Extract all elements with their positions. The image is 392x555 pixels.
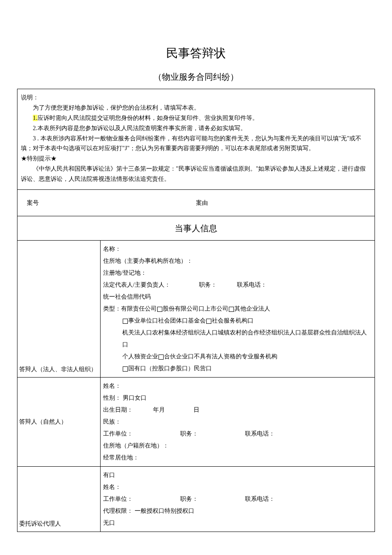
checkbox-icon[interactable] bbox=[206, 319, 211, 324]
checkbox-icon[interactable] bbox=[123, 366, 128, 372]
org-phone-label: 联系电话： bbox=[237, 282, 267, 288]
person-name-label: 姓名： bbox=[103, 380, 372, 392]
document-subtitle: （物业服务合同纠纷） bbox=[17, 69, 375, 84]
agent-auth-general-opt[interactable]: 一般授权口 bbox=[135, 508, 164, 514]
org-type-label: 类型： bbox=[103, 305, 121, 312]
respondent-person-label: 答辩人（自然人） bbox=[17, 378, 101, 466]
person-habitual-label: 经常居住地： bbox=[103, 452, 372, 464]
checkbox-icon[interactable] bbox=[123, 319, 128, 324]
person-dob-label: 出生日期： bbox=[103, 407, 133, 413]
person-position-label: 职务： bbox=[180, 430, 198, 437]
type-opt-13: 个人独资企业 bbox=[122, 353, 158, 360]
org-name-label: 名称： bbox=[103, 243, 372, 255]
person-workplace-label: 工作单位： bbox=[103, 430, 133, 437]
case-cause-label: 案由 bbox=[196, 198, 226, 208]
tip-header: ★特别提示★ bbox=[21, 154, 371, 164]
agent-none-opt[interactable]: 无口 bbox=[103, 517, 372, 529]
dob-day-label: 日 bbox=[193, 407, 199, 413]
person-ethnicity-label: 民族： bbox=[103, 416, 372, 428]
checkbox-icon[interactable] bbox=[157, 307, 162, 312]
instruction-line-3: 2.本表所列内容是您参加诉讼以及人民法院查明案件事实所需，请务必如实填写。 bbox=[21, 123, 371, 134]
type-opt-10: 农村集体经济组织法人口 bbox=[152, 329, 218, 336]
org-position-label: 职务： bbox=[199, 282, 217, 288]
type-opt-15: 不具有法人资格的专业服务机构 bbox=[194, 353, 277, 360]
org-registered-label: 注册地/登记地： bbox=[103, 267, 372, 279]
type-opt-3: 上市公司 bbox=[205, 305, 228, 312]
instruction-line-4-text: 3 . 本表所涉内容系针对一般物业服务合同纠纷案件，有些内容可能与您的案件无关，… bbox=[21, 135, 361, 152]
respondent-org-content: 名称： 住所地（主要办事机构所在地）： 注册地/登记地： 法定代表人/主要负责人… bbox=[101, 241, 375, 377]
dob-month-label: 月 bbox=[159, 407, 165, 413]
tip-body: 《中华人民共和国民事诉讼法》第十三条第一款规定："民事诉讼应当遵循诚信原则。"如… bbox=[21, 164, 371, 184]
instruction-line-4: 3 . 本表所涉内容系针对一般物业服务合同纠纷案件，有些内容可能与您的案件无关，… bbox=[21, 134, 371, 154]
type-opt-1: 有限责任公司 bbox=[121, 305, 157, 312]
party-info-header: 当事人信息 bbox=[17, 216, 375, 241]
form-container: 说明： 为了方便您更好地参加诉讼，保护您的合法权利，请填写本表。 1.应诉时需向… bbox=[17, 89, 375, 532]
type-opt-11: 城镇农村的合作经济组织法人口 bbox=[218, 329, 301, 336]
agent-position-label: 职务： bbox=[180, 496, 198, 502]
agent-workplace-label: 工作单位： bbox=[103, 496, 133, 502]
agent-has-opt[interactable]: 有口 bbox=[103, 469, 372, 481]
case-number-field[interactable] bbox=[57, 198, 196, 208]
person-gender-label: 性别： bbox=[103, 395, 121, 401]
checkbox-icon[interactable] bbox=[159, 355, 164, 360]
respondent-org-label: 答辩人（法人、非法人组织） bbox=[17, 241, 101, 377]
respondent-org-row: 答辩人（法人、非法人组织） 名称： 住所地（主要办事机构所在地）： 注册地/登记… bbox=[17, 241, 375, 378]
agent-content: 有口 姓名： 工作单位： 职务： 联系电话： 代理权限： 一般授权口特别授权口 … bbox=[101, 467, 375, 532]
instruction-line-2: 1.应诉时需向人民法院提交证明您身份的材料，如身份证复印件、营业执照复印件等。 bbox=[21, 113, 371, 123]
case-number-label: 案号 bbox=[27, 198, 57, 208]
person-phone-label: 联系电话： bbox=[245, 430, 275, 437]
respondent-person-content: 姓名： 性别： 男口女口 出生日期： 年月 日 民族： 工作单位： 职务： 联系… bbox=[101, 378, 375, 466]
agent-auth-label: 代理权限： bbox=[103, 508, 133, 514]
type-opt-6: 社会团体口 bbox=[158, 317, 188, 324]
agent-phone-label: 联系电话： bbox=[245, 496, 275, 502]
type-opt-8: 社会服务机构口 bbox=[212, 317, 254, 324]
highlight-text: 1. bbox=[33, 115, 37, 121]
case-cause-field[interactable] bbox=[226, 198, 365, 208]
instruction-line-1: 为了方便您更好地参加诉讼，保护您的合法权利，请填写本表。 bbox=[21, 103, 371, 113]
type-opt-4: 其他企业法人 bbox=[234, 305, 270, 312]
case-info-row: 案号 案由 bbox=[17, 190, 375, 216]
type-opt-5: 事业单位口 bbox=[128, 317, 158, 324]
person-residence-label: 住所地（户籍所在地）： bbox=[103, 440, 372, 452]
org-residence-label: 住所地（主要办事机构所在地）： bbox=[103, 255, 372, 267]
dob-year-label: 年 bbox=[153, 407, 159, 413]
type-opt-17: 民营口 bbox=[194, 365, 212, 372]
respondent-person-row: 答辩人（自然人） 姓名： 性别： 男口女口 出生日期： 年月 日 民族： 工作单… bbox=[17, 378, 375, 467]
type-opt-2: 股份有限公司口 bbox=[163, 305, 205, 312]
agent-auth-special-opt[interactable]: 特别授权口 bbox=[164, 508, 194, 514]
org-legal-rep-label: 法定代表人/主要负责人： bbox=[103, 282, 170, 288]
instructions-heading: 说明： bbox=[21, 93, 371, 103]
type-opt-9: 机关法人口 bbox=[122, 329, 152, 336]
org-credit-code-label: 统一社会信用代码 bbox=[103, 291, 372, 303]
agent-row: 委托诉讼代理人 有口 姓名： 工作单位： 职务： 联系电话： 代理权限： 一般授… bbox=[17, 467, 375, 532]
instructions-block: 说明： 为了方便您更好地参加诉讼，保护您的合法权利，请填写本表。 1.应诉时需向… bbox=[17, 89, 375, 189]
instruction-line-2-text: 应诉时需向人民法院提交证明您身份的材料，如身份证复印件、营业执照复印件等。 bbox=[37, 115, 258, 121]
type-opt-16: 国有口（控股口参股口） bbox=[128, 365, 194, 372]
gender-male-opt[interactable]: 男口 bbox=[123, 395, 135, 401]
agent-label: 委托诉讼代理人 bbox=[17, 467, 101, 532]
agent-name-label: 姓名： bbox=[103, 481, 372, 493]
type-opt-14: 合伙企业口 bbox=[164, 353, 194, 360]
type-opt-7: 基金会 bbox=[188, 317, 206, 324]
document-title: 民事答辩状 bbox=[17, 43, 375, 64]
checkbox-icon[interactable] bbox=[229, 307, 234, 312]
gender-female-opt[interactable]: 女口 bbox=[135, 395, 147, 401]
